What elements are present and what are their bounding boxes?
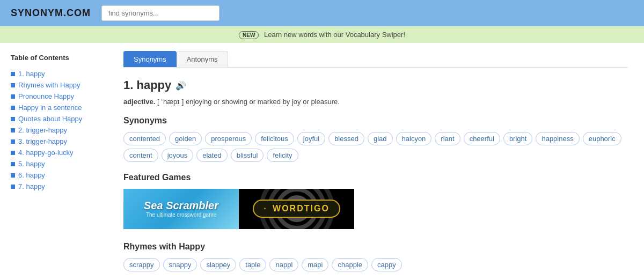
synonym-tag[interactable]: cheerful (464, 132, 500, 145)
synonym-tag[interactable]: blessed (328, 132, 364, 145)
toc-1-happy[interactable]: 1. happy (11, 68, 102, 79)
sea-scrambler-subtitle: The ultimate crossword game (146, 212, 216, 218)
toc-4-happy-go[interactable]: 4. happy-go-lucky (11, 147, 102, 158)
synonym-tag[interactable]: content (123, 149, 158, 162)
sea-scrambler-title: Sea Scrambler (144, 200, 218, 212)
toc-2-trigger[interactable]: 2. trigger-happy (11, 124, 102, 136)
synonyms-title: Synonyms (123, 116, 628, 126)
site-logo: SYNONYM.COM (11, 8, 91, 19)
word-def-text: enjoying or showing or marked by joy or … (186, 98, 340, 106)
rhyme-tag[interactable]: chapple (332, 258, 368, 271)
synonym-tag[interactable]: contented (123, 132, 166, 145)
toc-bullet (11, 72, 15, 76)
synonym-tag[interactable]: golden (169, 132, 202, 145)
page-layout: Table of Contents 1. happyRhymes with Ha… (0, 43, 644, 280)
toc-bullet (11, 173, 15, 178)
wordtigo-card[interactable]: · WORDTIGO (239, 189, 354, 229)
synonym-tag[interactable]: felicity (267, 149, 298, 162)
wordtigo-title: WORDTIGO (273, 204, 330, 213)
toc-bullet (11, 162, 15, 166)
word-title: 1. happy (123, 78, 171, 92)
toc-label: Pronounce Happy (18, 92, 74, 100)
synonyms-tags: contentedgoldenprosperousfelicitousjoyfu… (123, 132, 628, 162)
synonym-tag[interactable]: halcyon (396, 132, 432, 145)
tab-synonyms[interactable]: Synonyms (123, 51, 177, 67)
wordtigo-dot: · (264, 204, 267, 213)
rhyme-tag[interactable]: snappy (163, 258, 197, 271)
word-phonetic: [ ˈhæpɪ ] (157, 98, 184, 106)
toc-bullet (11, 94, 15, 99)
toc-bullet (11, 151, 15, 155)
toc-sentence[interactable]: Happy in a sentence (11, 102, 102, 113)
rhyme-tag[interactable]: slappey (200, 258, 236, 271)
synonym-tag[interactable]: elated (196, 149, 227, 162)
synonym-tag[interactable]: joyous (162, 149, 194, 162)
vocabulary-banner[interactable]: NEW Learn new words with our Vocabulary … (0, 26, 644, 43)
toc-bullet (11, 128, 15, 132)
word-heading: 1. happy 🔊 (123, 78, 628, 92)
word-pos: adjective. (123, 98, 155, 106)
rhymes-tags: scrappysnappyslappeytaplenapplmapichappl… (123, 258, 628, 271)
toc-label: 6. happy (18, 171, 45, 179)
toc-3-trigger[interactable]: 3. trigger-happy (11, 136, 102, 147)
rhyme-tag[interactable]: mapi (302, 258, 328, 271)
toc-title: Table of Contents (11, 54, 102, 62)
synonym-tag[interactable]: euphoric (583, 132, 621, 145)
toc-5-happy[interactable]: 5. happy (11, 158, 102, 170)
synonym-tag[interactable]: prosperous (205, 132, 252, 145)
toc-label: Rhymes with Happy (18, 81, 80, 89)
rhyme-tag[interactable]: taple (239, 258, 266, 271)
toc-label: 7. happy (18, 182, 45, 190)
rhyme-tag[interactable]: cappy (371, 258, 402, 271)
toc-bullet (11, 185, 15, 189)
synonym-tag[interactable]: joyful (297, 132, 325, 145)
toc-bullet (11, 117, 15, 121)
toc-bullet (11, 106, 15, 110)
sound-icon[interactable]: 🔊 (175, 80, 186, 91)
word-definition: adjective. [ ˈhæpɪ ] enjoying or showing… (123, 97, 628, 107)
toc-bullet (11, 139, 15, 144)
synonym-tag[interactable]: bright (503, 132, 533, 145)
toc-7-happy[interactable]: 7. happy (11, 181, 102, 192)
toc-bullet (11, 83, 15, 87)
rhymes-title: Rhymes with Happy (123, 242, 628, 252)
rhyme-tag[interactable]: nappl (269, 258, 298, 271)
toc-label: 2. trigger-happy (18, 126, 67, 134)
toc-label: 3. trigger-happy (18, 137, 67, 145)
toc-label: Quotes about Happy (18, 115, 82, 123)
tab-antonyms[interactable]: Antonyms (177, 51, 228, 67)
toc-list: 1. happyRhymes with HappyPronounce Happy… (11, 68, 102, 192)
toc-label: 1. happy (18, 70, 45, 78)
toc-label: Happy in a sentence (18, 104, 82, 112)
featured-games-section: Featured Games Sea Scrambler The ultimat… (123, 173, 628, 229)
featured-games-title: Featured Games (123, 173, 628, 182)
sea-scrambler-card[interactable]: Sea Scrambler The ultimate crossword gam… (123, 189, 239, 229)
toc-label: 5. happy (18, 160, 45, 168)
synonym-tag[interactable]: blissful (231, 149, 264, 162)
toc-pronounce[interactable]: Pronounce Happy (11, 91, 102, 102)
synonym-tag[interactable]: riant (435, 132, 460, 145)
new-badge: NEW (239, 31, 259, 39)
toc-rhymes[interactable]: Rhymes with Happy (11, 79, 102, 91)
main-content: Synonyms Antonyms 1. happy 🔊 adjective. … (107, 43, 644, 280)
synonym-tag[interactable]: glad (368, 132, 393, 145)
sidebar: Table of Contents 1. happyRhymes with Ha… (0, 43, 107, 280)
search-input[interactable] (101, 5, 219, 21)
header: SYNONYM.COM (0, 0, 644, 26)
wordtigo-label: · WORDTIGO (253, 200, 340, 218)
banner-text: Learn new words with our Vocabulary Swip… (264, 31, 405, 39)
synonym-tag[interactable]: happiness (536, 132, 579, 145)
toc-6-happy[interactable]: 6. happy (11, 170, 102, 181)
toc-quotes[interactable]: Quotes about Happy (11, 113, 102, 124)
games-grid: Sea Scrambler The ultimate crossword gam… (123, 189, 628, 229)
toc-label: 4. happy-go-lucky (18, 149, 74, 157)
rhyme-tag[interactable]: scrappy (123, 258, 160, 271)
tab-bar: Synonyms Antonyms (123, 51, 628, 68)
rhymes-section: Rhymes with Happy scrappysnappyslappeyta… (123, 242, 628, 271)
synonym-tag[interactable]: felicitous (255, 132, 294, 145)
